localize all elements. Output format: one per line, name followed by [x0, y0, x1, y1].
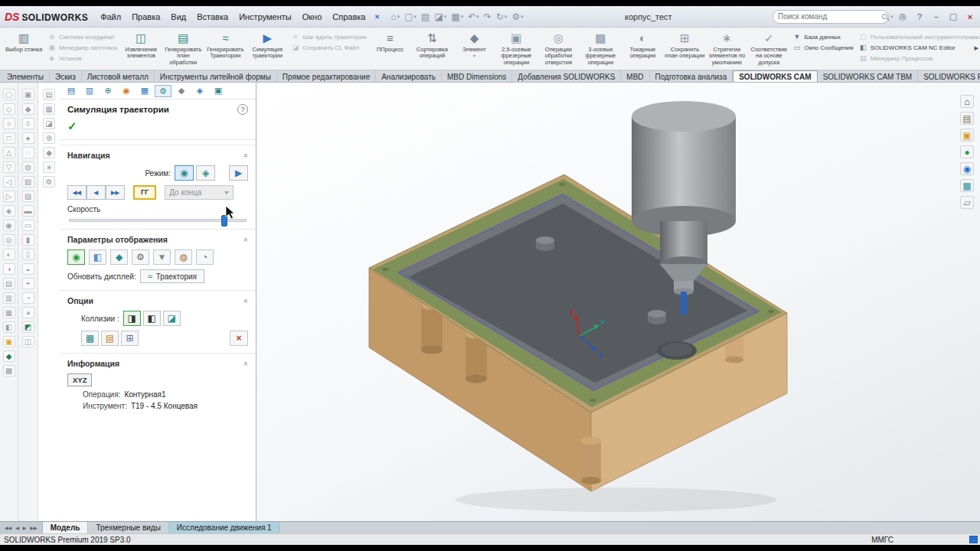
- ribbon-custom-tool-holder-button[interactable]: ▢Пользовательский инструмент/оправка: [859, 33, 980, 41]
- left-toolbar-b-icon-6[interactable]: ◍: [22, 161, 34, 173]
- left-toolbar-a-icon-15[interactable]: ▥: [3, 292, 15, 304]
- ribbon-feature-button[interactable]: ◆Элемент▾: [453, 29, 495, 69]
- speed-slider[interactable]: [69, 219, 247, 222]
- ribbon-turn-operations-button[interactable]: ◐Токарные операции: [622, 29, 663, 69]
- panel-tab-1[interactable]: ▤: [63, 85, 80, 97]
- bottom-tab-Исследование движения 1[interactable]: Исследование движения 1: [169, 522, 280, 533]
- panel-tab-9[interactable]: ▣: [210, 85, 227, 97]
- panel-tab-5[interactable]: ▦: [136, 85, 153, 97]
- collision-option-3[interactable]: ◪: [163, 311, 181, 326]
- tab-SOLIDWORKS CAM[interactable]: SOLIDWORKS CAM: [733, 70, 817, 82]
- collapse-chevron-icon[interactable]: »: [242, 361, 250, 366]
- left-toolbar-a-icon-12[interactable]: ◐: [3, 249, 15, 260]
- tab-MBD Dimensions[interactable]: MBD Dimensions: [442, 70, 512, 82]
- left-toolbar-a-icon-6[interactable]: ▽: [3, 161, 15, 173]
- ribbon-default-feature-strategies-button[interactable]: ∗Стратегии элементов по умолчанию: [706, 29, 747, 69]
- rebuild-icon[interactable]: ↻▾: [495, 10, 508, 24]
- left-toolbar-b-icon-7[interactable]: ▧: [22, 176, 34, 187]
- display-option-1[interactable]: ◉: [67, 249, 85, 265]
- tab-Листовой металл[interactable]: Листовой металл: [82, 70, 155, 82]
- panel-gutter-icon-1[interactable]: ▤: [43, 89, 55, 100]
- tab-Анализировать[interactable]: Анализировать: [376, 70, 442, 82]
- left-toolbar-b-icon-14[interactable]: ◓: [22, 278, 34, 289]
- left-toolbar-b-icon-13[interactable]: ◒: [22, 263, 34, 275]
- ribbon-technology-database-button[interactable]: ▼База данных: [792, 33, 853, 41]
- maximize-icon[interactable]: ▢: [948, 11, 959, 21]
- close-icon[interactable]: ×: [965, 12, 975, 21]
- left-toolbar-a-icon-14[interactable]: ▤: [3, 278, 15, 289]
- sheet-nav-2[interactable]: ◀: [14, 524, 21, 531]
- panel-tab-3[interactable]: ⊕: [100, 85, 116, 97]
- display-option-4[interactable]: ⚙: [132, 249, 149, 265]
- command-search[interactable]: ▾: [773, 10, 889, 24]
- collapse-chevron-icon[interactable]: »: [242, 153, 250, 158]
- left-toolbar-b-icon-2[interactable]: ◆: [22, 103, 34, 115]
- menu-Правка[interactable]: Правка: [126, 9, 165, 24]
- open-icon[interactable]: ▤: [420, 10, 430, 24]
- panel-gutter-icon-4[interactable]: ⊕: [43, 132, 55, 144]
- display-option-5[interactable]: ▼: [153, 249, 171, 265]
- menu-Справка[interactable]: Справка: [327, 9, 371, 24]
- view-tool-icon-6[interactable]: ▦: [960, 179, 974, 192]
- help-icon[interactable]: ?: [914, 12, 925, 21]
- graphics-viewport[interactable]: Z Y X ⌂▤▣●◉▦▱: [256, 83, 980, 521]
- model-3d-scene[interactable]: Z Y X: [256, 83, 980, 521]
- left-toolbar-b-icon-12[interactable]: ▯: [22, 249, 34, 260]
- ribbon-machine-selection-button[interactable]: ▥Выбор станка: [3, 29, 44, 69]
- left-toolbar-a-icon-9[interactable]: ◈: [3, 205, 15, 217]
- clear-simulation-button[interactable]: ×: [230, 331, 248, 346]
- undo-icon[interactable]: ↶▾: [467, 10, 480, 24]
- ribbon-cam-nc-editor-button[interactable]: ◧SOLIDWORKS CAM NC Editor: [859, 44, 980, 51]
- menu-Вставка[interactable]: Вставка: [191, 9, 234, 24]
- display-option-6[interactable]: ◍: [175, 249, 192, 265]
- display-option-7[interactable]: ◔: [196, 249, 214, 265]
- ribbon-process-manager-button[interactable]: ▤Менеджер Процессов: [859, 54, 980, 62]
- ribbon-generate-toolpaths-button[interactable]: ≈Генерировать Траектории: [204, 29, 246, 69]
- tab-SOLIDWORKS CAM TBM[interactable]: SOLIDWORKS CAM TBM: [818, 70, 919, 82]
- tab-Добавления SOLIDWORKS[interactable]: Добавления SOLIDWORKS: [512, 70, 621, 82]
- panel-tab-4[interactable]: ◉: [118, 85, 135, 97]
- tab-Прямое редактирование[interactable]: Прямое редактирование: [277, 70, 376, 82]
- tab-Эскиз[interactable]: Эскиз: [50, 70, 82, 82]
- panel-tab-2[interactable]: ▥: [81, 85, 98, 97]
- ribbon-mill-3axis-operations-button[interactable]: ▩3-осевые фрезерные операции: [580, 29, 621, 69]
- help-circle-icon[interactable]: ?: [237, 104, 248, 115]
- playback-button-2[interactable]: ◀: [87, 185, 106, 200]
- update-display-dropdown[interactable]: ≈ Траектория: [140, 269, 204, 283]
- home-icon[interactable]: ⌂▾: [390, 10, 400, 24]
- ribbon-mill-25axis-operations-button[interactable]: ▣2,5-осевые фрезерные операции: [495, 29, 537, 69]
- collapse-chevron-icon[interactable]: »: [242, 237, 250, 242]
- jump-to-position-button[interactable]: ▶: [229, 165, 248, 181]
- panel-gutter-icon-2[interactable]: ▦: [43, 103, 55, 115]
- ribbon-sort-operations-button[interactable]: ⇅Сортировка операций: [411, 29, 452, 69]
- menu-Вид[interactable]: Вид: [165, 9, 191, 24]
- speed-slider-thumb[interactable]: [221, 215, 227, 227]
- view-tool-icon-5[interactable]: ◉: [960, 162, 974, 175]
- ribbon-overflow-icon[interactable]: ▸: [974, 43, 978, 53]
- left-toolbar-a-icon-1[interactable]: ▢: [3, 89, 15, 100]
- sheet-nav-1[interactable]: ◀◀: [3, 524, 13, 531]
- bottom-tab-Трехмерные виды[interactable]: Трехмерные виды: [88, 522, 168, 533]
- collision-option-1[interactable]: ◨: [123, 311, 141, 326]
- ribbon-setup-button[interactable]: ◈Установ: [47, 54, 117, 62]
- view-tool-icon-2[interactable]: ▤: [960, 112, 974, 125]
- playback-button-1[interactable]: ◀◀: [67, 185, 87, 200]
- option-button-3[interactable]: ⊞: [121, 331, 139, 346]
- ribbon-step-through-toolpath-button[interactable]: ≡Шаг вдоль траектории: [291, 33, 366, 41]
- left-toolbar-b-icon-17[interactable]: ◩: [22, 321, 34, 333]
- search-input[interactable]: [778, 12, 879, 21]
- left-toolbar-b-icon-1[interactable]: ▣: [22, 89, 34, 100]
- mode-button-2[interactable]: ◈: [196, 165, 215, 181]
- left-toolbar-a-icon-16[interactable]: ▦: [3, 307, 15, 318]
- save-icon[interactable]: ◪▾: [433, 10, 447, 24]
- view-tool-icon-7[interactable]: ▱: [960, 196, 974, 209]
- panel-gutter-icon-3[interactable]: ◪: [43, 118, 55, 129]
- option-button-1[interactable]: ▦: [81, 331, 99, 346]
- left-toolbar-b-icon-8[interactable]: ▨: [22, 191, 34, 202]
- tab-Подготовка анализа[interactable]: Подготовка анализа: [650, 70, 733, 82]
- ribbon-tolerance-based-matching-button[interactable]: ✓Соответствие на основе допуска: [748, 29, 789, 69]
- menu-Файл[interactable]: Файл: [95, 9, 126, 24]
- options-icon[interactable]: ⚙▾: [511, 10, 524, 24]
- ribbon-generate-operation-plan-button[interactable]: ▤Генерировать план обработки: [162, 29, 204, 69]
- information-section-header[interactable]: Информация »: [60, 353, 256, 371]
